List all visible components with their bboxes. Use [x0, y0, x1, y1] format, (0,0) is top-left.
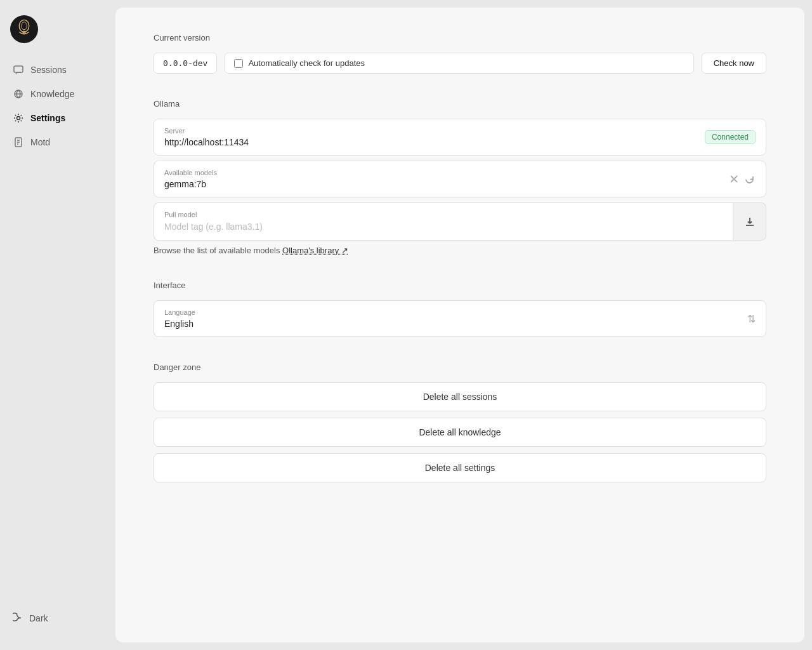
server-label: Server [164, 127, 756, 135]
ollama-section-title: Ollama [154, 99, 766, 109]
models-actions [728, 173, 756, 185]
ollama-section: Ollama Server http://localhost:11434 Con… [154, 99, 766, 255]
auto-update-checkbox[interactable] [234, 59, 243, 68]
library-text: Browse the list of available models [154, 246, 280, 255]
file-icon [13, 136, 24, 148]
language-value: English [164, 319, 747, 329]
settings-label: Settings [30, 113, 65, 123]
main-content: Current version 0.0.0-dev Automatically … [115, 8, 804, 642]
sidebar-item-settings[interactable]: Settings [5, 107, 110, 129]
language-select-box: Language English ⇅ [154, 300, 766, 337]
svg-point-0 [12, 17, 36, 41]
connected-badge: Connected [705, 130, 756, 144]
check-now-button[interactable]: Check now [702, 53, 766, 74]
models-value: gemma:7b [164, 179, 728, 189]
version-value: 0.0.0-dev [154, 53, 217, 74]
sidebar-item-motd[interactable]: Motd [5, 131, 110, 154]
models-label: Available models [164, 169, 728, 176]
refresh-models-button[interactable] [743, 173, 756, 185]
moon-icon [13, 612, 23, 624]
motd-label: Motd [30, 137, 50, 147]
sidebar-item-knowledge[interactable]: Knowledge [5, 83, 110, 105]
settings-icon [13, 112, 24, 124]
delete-all-knowledge-button[interactable]: Delete all knowledge [154, 418, 766, 447]
version-section: Current version 0.0.0-dev Automatically … [154, 33, 766, 74]
sessions-label: Sessions [30, 65, 67, 75]
delete-all-sessions-button[interactable]: Delete all sessions [154, 382, 766, 411]
interface-section: Interface Language English ⇅ [154, 281, 766, 337]
available-models-field: Available models gemma:7b [154, 161, 766, 197]
models-field-inner: Available models gemma:7b [164, 169, 728, 189]
pull-model-input-box: Pull model [154, 202, 733, 241]
app-logo[interactable] [10, 15, 38, 43]
server-field-box: Server http://localhost:11434 Connected [154, 119, 766, 156]
danger-zone-title: Danger zone [154, 362, 766, 372]
sidebar-item-sessions[interactable]: Sessions [5, 58, 110, 81]
svg-point-6 [17, 117, 20, 120]
language-select-arrows-icon[interactable]: ⇅ [747, 313, 756, 325]
server-value: http://localhost:11434 [164, 137, 756, 147]
auto-update-label: Automatically check for updates [248, 58, 365, 68]
dark-toggle-label: Dark [29, 613, 48, 623]
pull-model-row: Pull model [154, 202, 766, 241]
library-link-row: Browse the list of available models Olla… [154, 246, 766, 255]
delete-all-settings-button[interactable]: Delete all settings [154, 453, 766, 482]
ollama-library-link[interactable]: Ollama's library ↗ [282, 246, 348, 255]
chat-icon [13, 64, 24, 76]
danger-zone-section: Danger zone Delete all sessions Delete a… [154, 362, 766, 482]
sidebar-logo [0, 10, 115, 58]
pull-model-label: Pull model [164, 211, 723, 218]
sidebar: Sessions Knowledge Settings [0, 0, 115, 650]
auto-update-checkbox-row: Automatically check for updates [225, 53, 693, 74]
version-section-title: Current version [154, 33, 766, 43]
svg-rect-4 [14, 66, 23, 72]
sidebar-bottom: Dark [0, 601, 115, 640]
language-label: Language [164, 308, 747, 316]
language-select-inner: Language English [164, 308, 747, 329]
version-row: 0.0.0-dev Automatically check for update… [154, 53, 766, 74]
globe-icon [13, 88, 24, 100]
clear-model-button[interactable] [728, 173, 740, 185]
sidebar-nav: Sessions Knowledge Settings [0, 58, 115, 601]
knowledge-label: Knowledge [30, 89, 74, 99]
svg-point-3 [22, 31, 25, 34]
pull-model-input[interactable] [164, 222, 723, 232]
dark-mode-toggle[interactable]: Dark [5, 606, 110, 630]
interface-section-title: Interface [154, 281, 766, 290]
pull-model-button[interactable] [733, 202, 766, 241]
